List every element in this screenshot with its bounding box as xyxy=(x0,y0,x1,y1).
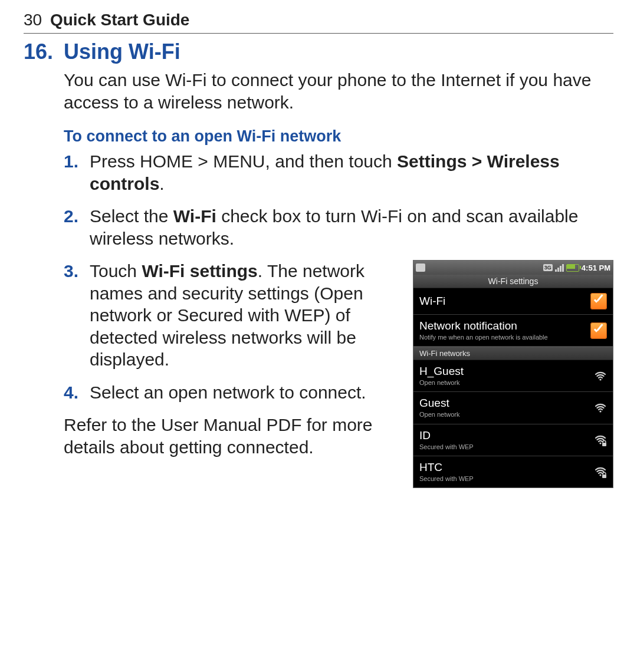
network-subtitle: Secured with WEP xyxy=(419,443,474,451)
step-3: Touch Wi-Fi settings. The network names … xyxy=(64,260,396,371)
screen-title: Wi-Fi settings xyxy=(413,275,613,288)
row-network[interactable]: GuestOpen network xyxy=(413,392,613,424)
wifi-icon xyxy=(594,401,607,414)
battery-icon xyxy=(566,264,579,272)
svg-point-2 xyxy=(599,443,601,444)
network-name: Guest xyxy=(419,397,459,410)
network-subtitle: Open network xyxy=(419,411,459,419)
network-name: ID xyxy=(419,429,474,442)
networks-section-label: Wi-Fi networks xyxy=(413,347,613,360)
row-subtitle: Notify me when an open network is availa… xyxy=(419,334,548,341)
row-network[interactable]: H_GuestOpen network xyxy=(413,360,613,392)
closing-paragraph: Refer to the User Manual PDF for more de… xyxy=(64,414,396,458)
step-4: Select an open network to connect. xyxy=(64,381,396,404)
steps-list-cont: Touch Wi-Fi settings. The network names … xyxy=(64,260,396,403)
running-head: 30 Quick Start Guide xyxy=(24,11,613,29)
row-network-notification[interactable]: Network notification Notify me when an o… xyxy=(413,315,613,347)
row-title: Network notification xyxy=(419,319,548,332)
step-2: Select the Wi-Fi check box to turn Wi-Fi… xyxy=(64,205,613,249)
svg-rect-3 xyxy=(602,443,606,446)
guide-title: Quick Start Guide xyxy=(50,11,190,29)
signal-icon xyxy=(555,263,564,272)
svg-point-4 xyxy=(599,475,601,476)
page-number: 30 xyxy=(24,11,42,29)
step-1: Press HOME > MENU, and then touch Settin… xyxy=(64,150,613,195)
row-network[interactable]: HTCSecured with WEP xyxy=(413,456,613,487)
checkbox-checked-icon[interactable] xyxy=(590,293,607,309)
steps-list: Press HOME > MENU, and then touch Settin… xyxy=(64,150,613,249)
status-time: 4:51 PM xyxy=(582,263,610,272)
section-title: Using Wi-Fi xyxy=(64,39,180,64)
section-number: 16. xyxy=(24,39,64,64)
wifi-locked-icon xyxy=(594,465,607,478)
row-network[interactable]: IDSecured with WEP xyxy=(413,424,613,456)
row-title: Wi-Fi xyxy=(419,295,445,308)
network-subtitle: Secured with WEP xyxy=(419,475,474,483)
settings-list: Wi-Fi Network notification Notify me whe… xyxy=(413,288,613,487)
wifi-icon xyxy=(594,370,607,383)
svg-point-1 xyxy=(599,410,601,412)
network-subtitle: Open network xyxy=(419,379,464,387)
network-name: H_Guest xyxy=(419,365,464,378)
network-name: HTC xyxy=(419,461,474,474)
checkbox-checked-icon[interactable] xyxy=(590,322,607,339)
svg-point-0 xyxy=(599,378,601,380)
header-rule xyxy=(24,33,613,34)
phone-screenshot: 3G 4:51 PM Wi-Fi settings Wi-Fi Network … xyxy=(413,260,613,488)
wifi-locked-icon xyxy=(594,433,607,446)
network-3g-icon: 3G xyxy=(543,264,553,271)
sdcard-icon xyxy=(416,263,425,272)
row-wifi-toggle[interactable]: Wi-Fi xyxy=(413,288,613,315)
svg-rect-5 xyxy=(602,475,606,478)
section-heading: 16. Using Wi-Fi xyxy=(24,39,613,64)
status-bar: 3G 4:51 PM xyxy=(413,261,613,275)
intro-paragraph: You can use Wi-Fi to connect your phone … xyxy=(64,69,613,113)
subheading: To connect to an open Wi-Fi network xyxy=(64,127,613,146)
